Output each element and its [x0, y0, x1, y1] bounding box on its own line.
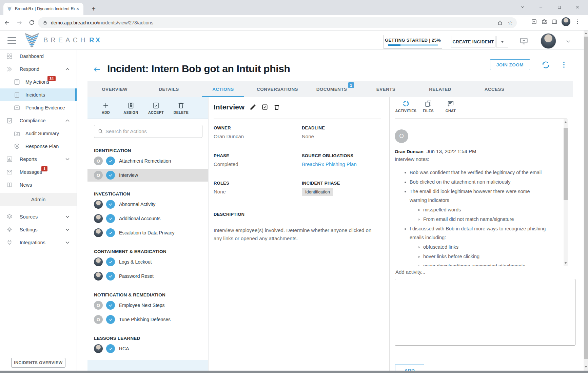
sidebar-item-respond[interactable]: Respond	[0, 63, 77, 76]
sidebar-item-reports[interactable]: Reports	[0, 153, 77, 166]
page-scroll-thumb[interactable]	[584, 37, 588, 359]
action-item-additional-accounts[interactable]: Additional Accounts	[87, 212, 208, 225]
search-input[interactable]	[105, 128, 199, 134]
sidebar-item-compliance[interactable]: Compliance	[0, 114, 77, 127]
sidebar-item-response-plan[interactable]: Response Plan	[0, 140, 77, 153]
account-chevron-down-icon[interactable]	[565, 38, 572, 45]
sidebar-item-sources[interactable]: Sources	[0, 210, 77, 223]
user-avatar[interactable]	[541, 33, 556, 49]
sidebar-item-integrations[interactable]: Integrations	[0, 236, 77, 249]
assign-action-button[interactable]: ASSIGN	[120, 102, 142, 115]
new-tab-button[interactable]: +	[89, 4, 98, 14]
actions-search[interactable]	[94, 125, 202, 138]
create-incident-dropdown[interactable]	[496, 36, 508, 47]
tab-related[interactable]: RELATED	[413, 81, 467, 97]
add-activity-textarea[interactable]	[395, 279, 575, 346]
browser-profile-avatar[interactable]	[562, 17, 570, 26]
activity-tab-files[interactable]: FILES	[417, 100, 439, 113]
incidents-overview-button[interactable]: INCIDENTS OVERVIEW	[11, 358, 65, 368]
action-item-escalation-to-data-privacy[interactable]: Escalation to Data Privacy	[87, 226, 208, 239]
display-monitor-icon[interactable]	[520, 37, 528, 45]
add-action-button[interactable]: ADD	[95, 102, 117, 115]
page-scroll-down-icon[interactable]	[585, 366, 587, 368]
chevron-down-icon[interactable]	[64, 240, 71, 246]
completed-check-icon[interactable]	[106, 214, 115, 223]
source-obligations-link[interactable]: BreachRx Phishing Plan	[302, 161, 357, 167]
completed-check-icon[interactable]	[106, 171, 115, 180]
edit-pencil-icon[interactable]	[250, 104, 256, 110]
chevron-down-icon[interactable]	[64, 227, 71, 233]
completed-check-icon[interactable]	[106, 301, 115, 310]
sidebar-item-dashboard[interactable]: Dashboard	[0, 50, 77, 63]
accept-action-button[interactable]: ACCEPT	[145, 102, 167, 115]
feed-scroll-down-icon[interactable]	[564, 262, 567, 264]
chevron-down-icon[interactable]	[64, 156, 71, 162]
completed-check-icon[interactable]	[106, 315, 115, 324]
browser-menu-kebab-icon[interactable]	[574, 19, 581, 25]
action-item-password-reset[interactable]: Password Reset	[87, 270, 208, 283]
completed-check-icon[interactable]	[106, 272, 115, 281]
tab-search-icon[interactable]	[517, 2, 528, 12]
sidebar-item-news[interactable]: News	[0, 179, 77, 191]
delete-trash-icon[interactable]	[273, 104, 280, 110]
extensions-puzzle-icon[interactable]	[541, 19, 547, 25]
action-item-interview[interactable]: OInterview	[87, 169, 208, 182]
tab-details[interactable]: DETAILS	[142, 81, 196, 97]
feed-scroll-up-icon[interactable]	[564, 121, 567, 123]
activity-feed[interactable]: O Oran Duncan Jun 13, 2022 1:54 PM Inter…	[395, 119, 562, 266]
chevron-up-icon[interactable]	[64, 118, 71, 124]
chevron-down-icon[interactable]	[64, 214, 71, 220]
back-nav-icon[interactable]	[2, 18, 12, 28]
page-scrollbar[interactable]	[584, 30, 588, 371]
chevron-up-icon[interactable]	[64, 66, 71, 72]
minimize-icon[interactable]	[536, 2, 546, 12]
action-item-abnormal-activity[interactable]: Abnormal Activity	[87, 198, 208, 211]
tab-documents[interactable]: DOCUMENTS1	[305, 81, 359, 97]
action-item-logs-lockout[interactable]: Logs & Lockout	[87, 255, 208, 268]
side-panel-icon[interactable]	[551, 19, 557, 25]
sidebar-item-settings[interactable]: Settings	[0, 223, 77, 236]
sidebar-item-pending-evidence[interactable]: Pending Evidence	[0, 101, 77, 114]
create-incident-button[interactable]: CREATE INCIDENT	[451, 36, 495, 47]
sidebar-item-audit-summary[interactable]: Audit Summary	[0, 127, 77, 140]
feed-scrollbar[interactable]	[564, 119, 568, 266]
tab-actions[interactable]: ACTIONS	[196, 81, 250, 97]
tab-close-icon[interactable]: ×	[75, 6, 81, 12]
tab-access[interactable]: ACCESS	[467, 81, 522, 97]
activity-tab-chat[interactable]: CHAT	[440, 100, 462, 113]
more-options-kebab-icon[interactable]	[560, 60, 568, 69]
sidebar-item-incidents[interactable]: Incidents	[0, 88, 77, 101]
delete-action-button[interactable]: DELETE	[170, 102, 192, 115]
bookmark-star-icon[interactable]: ☆	[508, 19, 513, 26]
action-item-tune-phishing-defenses[interactable]: OTune Phishing Defenses	[87, 313, 208, 326]
completed-check-icon[interactable]	[106, 157, 115, 165]
complete-checkbox-icon[interactable]	[261, 104, 268, 110]
browser-tab[interactable]: BreachRx | Dynamic Incident Rea ×	[3, 3, 83, 15]
reload-icon[interactable]	[26, 18, 37, 28]
url-bar[interactable]: demo.app.breachrx.io/incidents/view/273/…	[38, 17, 517, 28]
action-item-employee-next-steps[interactable]: OEmployee Next Steps	[87, 299, 208, 312]
completed-check-icon[interactable]	[106, 228, 115, 237]
getting-started-button[interactable]: GETTING STARTED | 25%	[384, 35, 442, 49]
completed-check-icon[interactable]	[106, 257, 115, 266]
sidebar-item-messages[interactable]: Messages1	[0, 166, 77, 179]
install-icon[interactable]	[531, 19, 537, 25]
feed-scroll-thumb[interactable]	[564, 128, 568, 200]
close-window-icon[interactable]	[572, 2, 583, 12]
forward-nav-icon[interactable]	[14, 18, 24, 28]
tab-overview[interactable]: OVERVIEW	[87, 81, 142, 97]
activity-tab-activities[interactable]: ACTIVITIES	[395, 100, 417, 113]
sidebar-item-my-actions[interactable]: My Actions34	[0, 76, 77, 88]
refresh-icon[interactable]	[541, 60, 550, 69]
share-icon[interactable]	[497, 20, 503, 26]
completed-check-icon[interactable]	[106, 344, 115, 353]
page-scroll-up-icon[interactable]	[585, 32, 587, 34]
tab-events[interactable]: EVENTS	[359, 81, 413, 97]
action-item-rca[interactable]: RCA	[87, 342, 208, 355]
join-zoom-button[interactable]: JOIN ZOOM	[490, 59, 530, 70]
action-item-attachment-remediation[interactable]: OAttachment Remediation	[87, 154, 208, 167]
tab-conversations[interactable]: CONVERSATIONS	[250, 81, 305, 97]
back-arrow-icon[interactable]	[93, 65, 101, 74]
maximize-icon[interactable]	[554, 2, 564, 12]
completed-check-icon[interactable]	[106, 200, 115, 209]
